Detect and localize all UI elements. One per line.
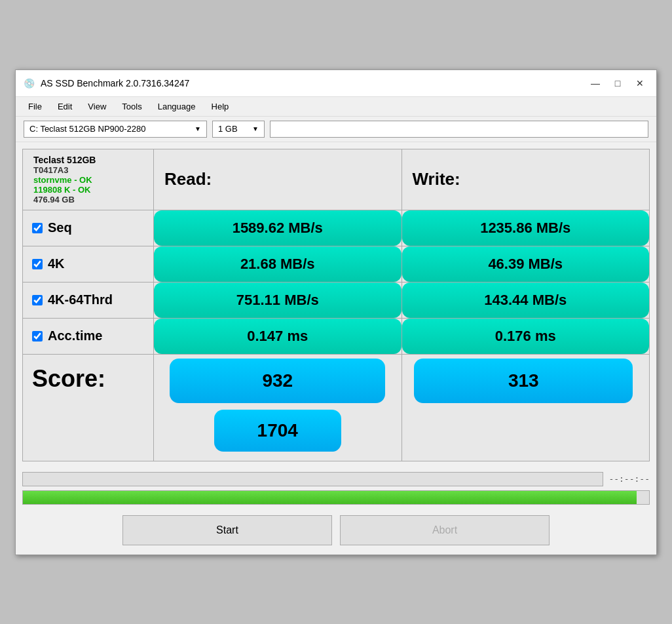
start-button[interactable]: Start: [122, 515, 332, 545]
score-read-value: 932: [170, 359, 385, 403]
write-value-0: 1235.86 MB/s: [402, 210, 650, 246]
table-row: Acc.time 0.147 ms0.176 ms: [23, 318, 650, 354]
drive-id: T0417A3: [33, 165, 143, 175]
score-label: Score:: [32, 365, 105, 392]
abort-button[interactable]: Abort: [340, 515, 550, 545]
row-checkbox-2[interactable]: [32, 295, 43, 305]
read-value-0: 1589.62 MB/s: [154, 210, 401, 246]
title-bar-controls: — □ ✕: [586, 75, 650, 91]
table-row: Seq 1589.62 MB/s1235.86 MB/s: [23, 210, 650, 246]
write-value-3: 0.176 ms: [402, 319, 650, 354]
benchmark-table: Teclast 512GB T0417A3 stornvme - OK 1198…: [22, 149, 650, 461]
benchmark-rows: Seq 1589.62 MB/s1235.86 MB/s 4K 21.68 MB…: [23, 210, 650, 354]
read-value-1: 21.68 MB/s: [154, 246, 401, 282]
menu-item-language[interactable]: Language: [151, 99, 203, 114]
read-cell-0: 1589.62 MB/s: [154, 210, 402, 246]
write-header-label: Write:: [413, 169, 460, 189]
score-read-cell: 932 1704: [154, 354, 402, 461]
size-dropdown[interactable]: 1 GB ▼: [212, 121, 265, 138]
row-checkbox-3[interactable]: [32, 331, 43, 341]
table-row: 4K-64Thrd 751.11 MB/s143.44 MB/s: [23, 282, 650, 318]
write-cell-3: 0.176 ms: [401, 318, 650, 354]
table-header-row: Teclast 512GB T0417A3 stornvme - OK 1198…: [23, 149, 650, 210]
main-window: 💿 AS SSD Benchmark 2.0.7316.34247 — □ ✕ …: [15, 69, 657, 555]
progress-bar-container: [22, 490, 650, 505]
row-checkbox-0[interactable]: [32, 223, 43, 233]
read-cell-3: 0.147 ms: [154, 318, 402, 354]
menu-item-file[interactable]: File: [21, 99, 49, 114]
menu-item-tools[interactable]: Tools: [115, 99, 149, 114]
row-label-0: Seq: [23, 216, 153, 239]
size-label: 1 GB: [218, 124, 248, 134]
progress-container: --:--:--: [22, 472, 650, 486]
write-cell-0: 1235.86 MB/s: [401, 210, 650, 246]
menu-item-edit[interactable]: Edit: [50, 99, 79, 114]
score-total-value: 1704: [214, 410, 341, 452]
row-name-2: 4K-64Thrd: [48, 292, 113, 307]
row-checkbox-1[interactable]: [32, 259, 43, 269]
menu-bar: FileEditViewToolsLanguageHelp: [16, 97, 656, 117]
progress-text: [22, 472, 603, 486]
write-cell-1: 46.39 MB/s: [401, 246, 650, 282]
bottom-area: --:--:-- Start Abort: [16, 468, 656, 555]
write-cell-2: 143.44 MB/s: [401, 282, 650, 318]
read-cell-1: 21.68 MB/s: [154, 246, 402, 282]
progress-bar-fill: [23, 491, 637, 504]
chevron-down-icon: ▼: [195, 125, 201, 132]
row-name-3: Acc.time: [48, 328, 102, 343]
row-label-3: Acc.time: [23, 324, 153, 347]
score-label-cell: Score:: [23, 354, 154, 461]
minimize-button[interactable]: —: [586, 75, 605, 91]
row-name-0: Seq: [48, 220, 72, 235]
speed-status: 119808 K - OK: [33, 185, 143, 195]
read-cell-2: 751.11 MB/s: [154, 282, 402, 318]
drive-dropdown[interactable]: C: Teclast 512GB NP900-2280 ▼: [24, 121, 207, 138]
score-write-value: 313: [414, 359, 633, 403]
window-title: AS SSD Benchmark 2.0.7316.34247: [41, 78, 189, 88]
read-value-2: 751.11 MB/s: [154, 283, 401, 318]
table-row: 4K 21.68 MB/s46.39 MB/s: [23, 246, 650, 282]
menu-item-help[interactable]: Help: [204, 99, 236, 114]
title-bar-left: 💿 AS SSD Benchmark 2.0.7316.34247: [22, 77, 189, 90]
write-value-2: 143.44 MB/s: [402, 283, 650, 318]
write-value-1: 46.39 MB/s: [402, 246, 650, 282]
buttons-row: Start Abort: [22, 511, 650, 552]
drive-label: C: Teclast 512GB NP900-2280: [29, 124, 191, 134]
extra-input[interactable]: [270, 121, 648, 138]
drive-info-cell: Teclast 512GB T0417A3 stornvme - OK 1198…: [23, 149, 154, 210]
title-bar: 💿 AS SSD Benchmark 2.0.7316.34247 — □ ✕: [16, 70, 656, 97]
close-button[interactable]: ✕: [630, 75, 650, 91]
read-value-3: 0.147 ms: [154, 319, 401, 354]
score-write-cell: 313: [401, 354, 650, 461]
drive-capacity: 476.94 GB: [33, 195, 143, 205]
maximize-button[interactable]: □: [608, 75, 627, 91]
row-label-2: 4K-64Thrd: [23, 288, 153, 311]
toolbar: C: Teclast 512GB NP900-2280 ▼ 1 GB ▼: [16, 117, 656, 142]
score-row: Score: 932 1704 313: [23, 354, 650, 461]
score-total-cell: 1704: [158, 407, 398, 457]
chevron-down-icon: ▼: [252, 125, 259, 132]
row-name-1: 4K: [48, 256, 65, 271]
write-header: Write:: [401, 149, 650, 210]
drive-name: Teclast 512GB: [33, 155, 143, 165]
time-display: --:--:--: [608, 474, 650, 484]
read-header: Read:: [154, 149, 402, 210]
row-label-1: 4K: [23, 252, 153, 275]
menu-item-view[interactable]: View: [81, 99, 113, 114]
read-header-label: Read:: [164, 169, 212, 189]
content-area: Teclast 512GB T0417A3 stornvme - OK 1198…: [16, 142, 656, 468]
app-icon: 💿: [22, 77, 35, 90]
driver-status: stornvme - OK: [33, 175, 143, 185]
